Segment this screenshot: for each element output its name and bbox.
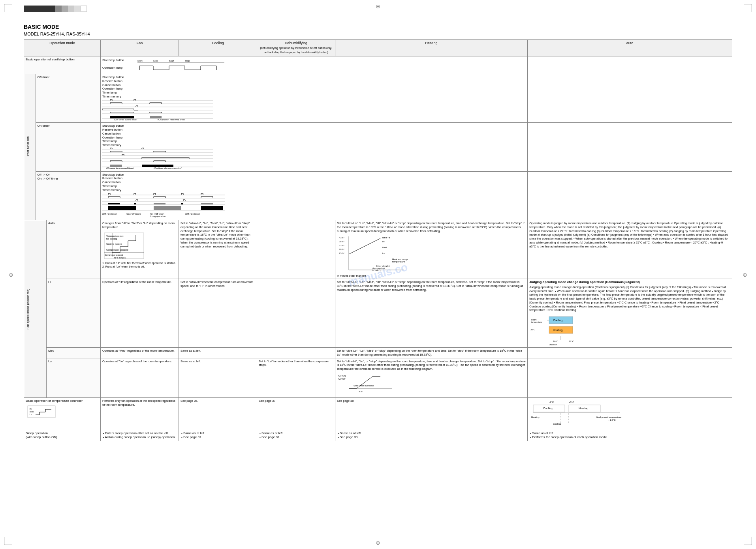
on-timer-diagram: Start/stop button Reserve button Cancel … (100, 123, 527, 171)
hi-cooling: Set to "ultra-Hi" when the compressor ru… (179, 279, 257, 348)
sleep-cooling: • Same as at left • See page 37. (179, 430, 257, 441)
lo-dehumid: Set to "Lo" in modes other than when the… (257, 358, 335, 397)
svg-text:Temperature set: Temperature set (106, 235, 124, 237)
sleep-auto: • Same as at left. • Performs the sleep … (528, 430, 732, 441)
svg-text:Heating: Heating (531, 416, 540, 418)
svg-text:25.0°: 25.0° (339, 252, 345, 255)
svg-text:temperature: temperature (392, 260, 405, 263)
hi-label: Hi (46, 279, 100, 348)
lo-auto (528, 358, 732, 397)
svg-text:Cooling: Cooling (553, 319, 562, 322)
med-heating: Set to "ultra-Lo", "Lo", "Med" or "stop"… (335, 348, 527, 358)
svg-text:Lo: Lo (382, 252, 385, 255)
svg-text:Stop: Stop (153, 60, 158, 62)
center-mark-right: ⊕ (743, 272, 747, 278)
lo-row: Lo Operates at "Lo" regardless of the ro… (24, 358, 732, 397)
heating-chart: 43.6° 38.6° 33.6° 28.6° 25.0° ultra-Hi H… (337, 234, 408, 274)
auto-fan-chart: Temperature set for cooling Cooling judg… (102, 231, 146, 260)
svg-text:Lo: Lo (30, 413, 32, 416)
sleep-heating: • Same as at left • See page 38. (335, 430, 527, 441)
basic-op-row: Basic operation of start/stop button Sta… (24, 56, 732, 74)
svg-text:(On->Off timer): (On->Off timer) (126, 213, 141, 215)
col-operation-mode: Operation mode (24, 40, 101, 56)
svg-text:Heating: Heating (579, 407, 588, 410)
svg-text:Compressor stopped: Compressor stopped (105, 254, 123, 256)
svg-text:27°C: 27°C (569, 340, 574, 343)
off-on-timer-auto (528, 171, 732, 220)
med-cooling: Same as at left. (179, 348, 257, 358)
timer-functions-label: Timer functions (24, 74, 36, 220)
col-dehumidifying: Dehumidifying (dehumidifying operation b… (257, 40, 335, 56)
svg-text:3.5°: 3.5° (359, 390, 363, 393)
svg-rect-33 (201, 203, 213, 204)
sleep-op-label: Sleep operation (with sleep button ON) (24, 430, 101, 441)
svg-text:-2°C: -2°C (549, 401, 554, 403)
cooling-heating-chart: Cooling Heating 16°C 27°C Outdoor temper… (529, 315, 608, 346)
svg-text:for 8 minutes: for 8 minutes (114, 257, 126, 259)
svg-text:35°C: 35°C (530, 328, 535, 331)
sleep-dehumid: • Same as at left • See page 37. (257, 430, 335, 441)
center-mark-top: ⊕ (376, 3, 380, 9)
basic-temp-cooling: See page 36. (179, 397, 257, 430)
svg-text:temperature: temperature (549, 345, 561, 346)
auto-row: Fan speed mode (indoor fan) Auto Changes… (24, 220, 732, 279)
basic-op-auto (528, 56, 732, 74)
med-label: Med (46, 348, 100, 358)
svg-text:16°C: 16°C (553, 340, 559, 343)
svg-text:Start: Start (137, 60, 143, 62)
basic-temp-dehumid: See page 37. (257, 397, 335, 430)
col-cooling: Cooling (179, 40, 257, 56)
svg-text:to "auto"): to "auto") (372, 269, 381, 272)
svg-rect-29 (108, 203, 120, 204)
basic-temp-row: Basic operation of temperature controlle… (24, 397, 732, 430)
hi-fan: Operates at "Hi" regardless of the room … (100, 279, 179, 348)
center-mark-bottom: ⊕ (376, 540, 380, 546)
svg-text:Cooling: Cooling (553, 423, 561, 425)
svg-text:"Med" with overload: "Med" with overload (353, 384, 374, 387)
hi-auto: Judging operating mode change during ope… (528, 279, 732, 348)
off-timer-auto (528, 74, 732, 123)
basic-temp-auto: -2°C +3°C Cooling Heating Heating final … (528, 397, 732, 430)
col-fan: Fan (100, 40, 179, 56)
med-row: Med Operates at "Med" regardless of the … (24, 348, 732, 358)
med-auto (528, 348, 732, 358)
basic-op-label: Basic operation of start/stop button (24, 56, 101, 74)
auto-label: Auto (46, 220, 100, 279)
lo-label: Lo (46, 358, 100, 397)
svg-rect-35 (108, 206, 136, 210)
svg-text:(On-timer during operation): (On-timer during operation) (154, 167, 182, 169)
basic-op-diagram: Start/stop button Start Stop Start Stop … (100, 56, 527, 74)
sleep-fan: • Enters sleep operation after set as on… (100, 430, 179, 441)
header-row: Operation mode Fan Cooling Dehumidifying… (24, 40, 732, 56)
svg-text:final preset temperature: final preset temperature (596, 416, 622, 418)
auto-cooling: Set to "ultra-Lo", "Lo", "Med", "Hi", "u… (179, 220, 257, 279)
operation-lamp-timing (137, 64, 224, 72)
svg-text:Compressor stopped: Compressor stopped (106, 249, 128, 251)
main-table: Operation mode Fan Cooling Dehumidifying… (24, 39, 732, 441)
corner-mark-tl (4, 4, 12, 12)
svg-rect-32 (181, 203, 183, 204)
svg-text:(Change in reserved time): (Change in reserved time) (106, 167, 134, 169)
svg-text:KAFON: KAFON (338, 375, 346, 377)
auto-auto: Operating mode is judged by room tempera… (528, 220, 732, 279)
fan-speed-label: Fan speed mode (indoor fan) (24, 220, 47, 398)
start-stop-label: Start/stop button (102, 58, 136, 62)
corner-mark-tr (744, 4, 752, 12)
center-mark-left: ⊕ (9, 272, 13, 278)
lo-cooling: Same as at left. (179, 358, 257, 397)
svg-text:during operation: during operation (150, 215, 165, 217)
svg-rect-31 (154, 203, 165, 204)
on-timer-row: On-timer Start/stop button Reserve butto… (24, 123, 732, 171)
basic-temp-label: Basic operation of temperature controlle… (24, 397, 101, 430)
temp-controller-chart: -2°C +3°C Cooling Heating Heating final … (529, 399, 624, 429)
auto-heating: Set to "ultra-Lo", "Lo", "Med", "Hi", "u… (335, 220, 527, 279)
lo-heating-chart: KAFON KAFOF "Med" with overload 3.5° (337, 373, 400, 396)
off-timer-timing-svg: (Off-timer during stop) (Change in reser… (102, 99, 213, 120)
off-on-timer-label: Off -> On On -> Off timer (36, 171, 100, 220)
med-dehumid (257, 348, 335, 358)
start-stop-timing: Start Stop Start Stop (137, 58, 224, 63)
sleep-op-row: Sleep operation (with sleep button ON) •… (24, 430, 732, 441)
svg-text:43.6°: 43.6° (339, 236, 345, 239)
auto-fan: Changes from "Hi" to "Med" or "Lo" depen… (100, 220, 179, 279)
basic-temp-heating: See page 38. (335, 397, 527, 430)
